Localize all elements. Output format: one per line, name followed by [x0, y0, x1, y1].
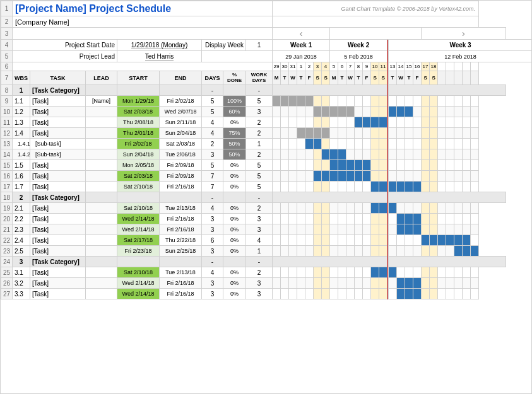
table-row: 21 2.3 [Task] Wed 2/14/18 Fri 2/16/18 3 … — [1, 224, 533, 235]
spreadsheet: 1 [Project Name] Project Schedule Gantt … — [0, 0, 532, 394]
week2-label: Week 2 — [348, 42, 369, 49]
table-row: 26 3.2 [Task] Wed 2/14/18 Fri 2/16/18 3 … — [1, 278, 533, 289]
project-title: [Project Name] Project Schedule — [15, 3, 171, 14]
table-row: 24 3 [Task Category] - - — [1, 257, 533, 267]
table-row: 13 1.4.1 [Sub-task] Fri 2/02/18 Sat 2/03… — [1, 139, 533, 149]
template-note: Gantt Chart Template © 2006-2018 by Vert… — [341, 6, 475, 12]
company-row: 2 [Company Name] — [1, 16, 533, 28]
day-numbers-row: 6 29 30 31 1 2 3 4 5 6 7 8 9 10 11 13 14… — [1, 62, 533, 71]
title-row: 1 [Project Name] Project Schedule Gantt … — [1, 1, 533, 16]
col-pct: %DONE — [227, 72, 242, 83]
table-row: 10 1.2 [Task] Sat 2/03/18 Wed 2/07/18 5 … — [1, 107, 533, 117]
nav-prev[interactable]: ‹ — [300, 28, 303, 38]
table-row: 9 1.1 [Task] [Name] Mon 1/29/18 Fri 2/02… — [1, 96, 533, 107]
company-name: [Company Name] — [15, 18, 69, 26]
table-row: 18 2 [Task Category] - - — [1, 192, 533, 203]
col-headers-row: 7 WBS TASK LEAD START END DAYS %DONE — [1, 71, 533, 85]
table-row: 22 2.4 [Task] Sat 2/17/18 Thu 2/22/18 6 … — [1, 235, 533, 246]
col-start: START — [129, 75, 147, 81]
table-row: 25 3.1 [Task] Sat 2/10/18 Tue 2/13/18 4 … — [1, 267, 533, 278]
table-row: 27 3.3 [Task] Wed 2/14/18 Fri 2/16/18 3 … — [1, 289, 533, 299]
display-week-value[interactable]: 1 — [257, 42, 261, 49]
table-row: 23 2.5 [Task] Fri 2/23/18 Sun 2/25/18 3 … — [1, 246, 533, 257]
col-days: DAYS — [204, 75, 220, 81]
start-date-value[interactable]: 1/29/2018 (Monday) — [131, 42, 188, 49]
table-row: 8 1 [Task Category] - - — [1, 85, 533, 96]
table-row: 12 1.4 [Task] Thu 2/01/18 Sun 2/04/18 4 … — [1, 128, 533, 139]
col-workdays: WORKDAYS — [251, 72, 267, 83]
table-row: 11 1.3 [Task] Thu 2/08/18 Sun 2/11/18 4 … — [1, 117, 533, 128]
table-row: 16 1.6 [Task] Sat 2/03/18 Fri 2/09/18 7 … — [1, 171, 533, 182]
project-lead-label: Project Lead — [80, 53, 115, 60]
project-lead-value[interactable]: Ted Harris — [145, 53, 174, 61]
col-wbs: WBS — [15, 75, 28, 81]
col-lead: LEAD — [93, 75, 109, 81]
nav-next[interactable]: › — [462, 28, 465, 38]
start-date-label: Project Start Date — [65, 42, 115, 49]
table-row: 20 2.2 [Task] Wed 2/14/18 Fri 2/16/18 3 … — [1, 214, 533, 224]
table-row: 15 1.5 [Task] Mon 2/05/18 Fri 2/09/18 5 … — [1, 160, 533, 171]
table-row: 17 1.7 [Task] Sat 2/10/18 Fri 2/16/18 7 … — [1, 182, 533, 192]
table-row: 19 2.1 [Task] Sat 2/10/18 Tue 2/13/18 4 … — [1, 203, 533, 214]
display-week-label: Display Week — [205, 42, 244, 49]
row-num-1: 1 — [1, 1, 13, 16]
col-end: END — [174, 75, 186, 81]
col-task: TASK — [50, 75, 66, 81]
week3-label: Week 3 — [449, 42, 471, 49]
info-row-4: 4 Project Start Date 1/29/2018 (Monday) … — [1, 40, 533, 51]
info-row-5: 5 Project Lead Ted Harris 29 Jan 2018 5 … — [1, 51, 533, 62]
week1-label: Week 1 — [290, 42, 312, 49]
empty-row-3: 3 ‹ › — [1, 28, 533, 40]
table-row: 14 1.4.2 [Sub-task] Sun 2/04/18 Tue 2/06… — [1, 149, 533, 160]
